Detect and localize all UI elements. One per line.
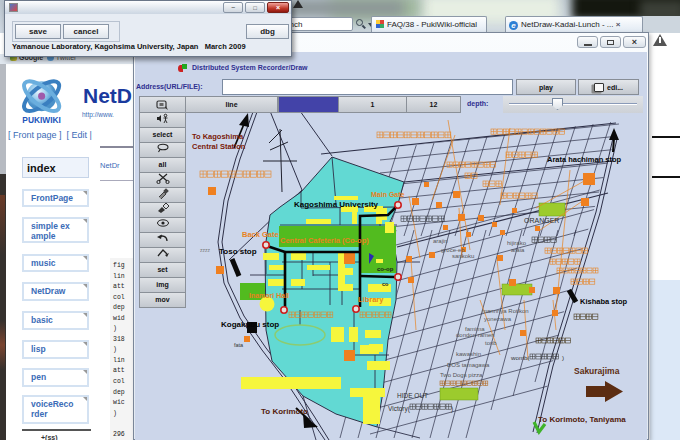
svg-text:co-op: co-op: [377, 266, 394, 272]
svg-text:): ): [562, 354, 564, 361]
svg-text:womb(: womb(: [510, 354, 531, 361]
svg-text:To Kagoshima: To Kagoshima: [192, 132, 244, 141]
svg-text:fata: fata: [234, 342, 244, 348]
svg-text:To Korimoto, Taniyama: To Korimoto, Taniyama: [538, 415, 626, 424]
svg-text:Toso stop: Toso stop: [219, 247, 257, 256]
svg-text:Library: Library: [358, 295, 384, 304]
svg-text:DOS tamagawa: DOS tamagawa: [447, 362, 490, 368]
svg-text:Two Dogs pizza: Two Dogs pizza: [440, 372, 483, 378]
svg-text:PUKIWIKI: PUKIWIKI: [22, 115, 61, 125]
svg-text:tonb: tonb: [485, 340, 497, 346]
svg-text:Kogakubu stop: Kogakubu stop: [221, 320, 279, 329]
svg-text:Central Station: Central Station: [192, 142, 246, 151]
svg-text:yonezawa: yonezawa: [484, 316, 512, 322]
svg-text:): ): [451, 405, 453, 413]
svg-text:Inamori Hall: Inamori Hall: [249, 292, 289, 299]
svg-text:hijirako: hijirako: [507, 240, 527, 246]
svg-text:arajin: arajin: [433, 238, 448, 244]
svg-text:Sakurajima: Sakurajima: [574, 366, 620, 376]
svg-text:Kagoshima University: Kagoshima University: [294, 200, 379, 209]
svg-text:araia: araia: [511, 247, 525, 253]
svg-text:Victory(: Victory(: [388, 405, 411, 413]
svg-text:Central Cafeteria (Co-op): Central Cafeteria (Co-op): [280, 236, 369, 245]
svg-text:Back Gate: Back Gate: [242, 230, 279, 239]
svg-text:mannriya Rotikon: mannriya Rotikon: [482, 308, 529, 314]
svg-text:co: co: [382, 281, 389, 287]
svg-text:zzzz: zzzz: [200, 247, 211, 253]
svg-text:Kishaba stop: Kishaba stop: [580, 297, 628, 306]
svg-text:To Korimoto: To Korimoto: [261, 407, 308, 416]
svg-text:sankoku: sankoku: [452, 253, 474, 259]
svg-text:kawashin: kawashin: [456, 351, 481, 357]
svg-text:dondon ramen: dondon ramen: [456, 332, 495, 338]
svg-text:Main Gate: Main Gate: [371, 191, 405, 198]
svg-text:Arata hachiman stop: Arata hachiman stop: [547, 155, 622, 164]
svg-text:HIDE OUT: HIDE OUT: [397, 392, 428, 399]
svg-text:ORANGER: ORANGER: [524, 217, 559, 224]
